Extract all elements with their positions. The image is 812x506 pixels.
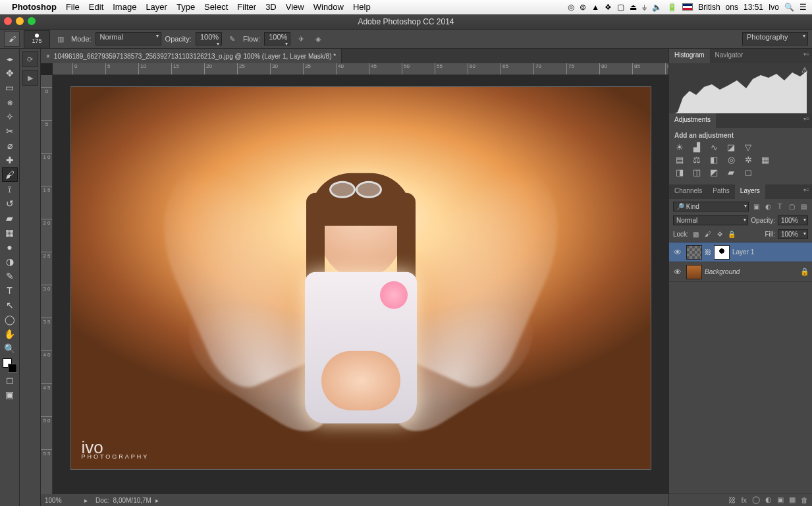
user-name[interactable]: Ivo bbox=[769, 3, 779, 12]
input-flag-icon[interactable] bbox=[682, 3, 693, 11]
tab-histogram[interactable]: Histogram bbox=[669, 49, 710, 63]
filter-adjust-icon[interactable]: ◐ bbox=[763, 202, 772, 211]
menu-3d[interactable]: 3D bbox=[265, 2, 277, 12]
background-color[interactable] bbox=[8, 364, 17, 373]
menu-window[interactable]: Window bbox=[313, 2, 344, 12]
layer-thumbnail[interactable] bbox=[686, 245, 702, 260]
gradient-tool[interactable]: ▦ bbox=[2, 225, 18, 240]
lock-position-icon[interactable]: ✥ bbox=[715, 230, 724, 239]
vertical-ruler[interactable]: 051 01 52 02 53 03 54 04 55 05 5 bbox=[41, 75, 53, 494]
menu-help[interactable]: Help bbox=[353, 2, 371, 12]
adj-curves-icon[interactable]: ∿ bbox=[709, 142, 719, 152]
adj-hue-icon[interactable]: ▤ bbox=[674, 154, 685, 165]
shape-tool[interactable]: ◯ bbox=[2, 312, 18, 327]
tab-layers[interactable]: Layers bbox=[735, 184, 765, 199]
menu-type[interactable]: Type bbox=[176, 2, 195, 12]
lock-all-icon[interactable]: 🔒 bbox=[727, 230, 736, 239]
menu-image[interactable]: Image bbox=[113, 2, 136, 12]
marquee-tool[interactable]: ▭ bbox=[2, 80, 18, 95]
layer-filter-type[interactable]: 🔎 Kind bbox=[673, 202, 749, 211]
add-mask-icon[interactable]: ◯ bbox=[752, 495, 760, 504]
close-tab-icon[interactable]: × bbox=[46, 53, 50, 60]
screen-mode-toggle[interactable]: ▣ bbox=[2, 387, 18, 402]
panel-menu-icon[interactable]: ▾≡ bbox=[801, 113, 812, 128]
color-swatches[interactable] bbox=[3, 358, 17, 373]
new-group-icon[interactable]: ▣ bbox=[777, 495, 784, 504]
layer-fx-icon[interactable]: fx bbox=[741, 496, 747, 504]
status-menu-icon[interactable]: ▸ bbox=[151, 497, 163, 504]
adj-mixer-icon[interactable]: ✲ bbox=[743, 154, 753, 165]
mask-link-icon[interactable]: ⛓ bbox=[705, 248, 711, 256]
dropbox-icon[interactable]: ❖ bbox=[605, 3, 612, 12]
menu-select[interactable]: Select bbox=[204, 2, 228, 12]
tab-adjustments[interactable]: Adjustments bbox=[669, 113, 716, 128]
brush-panel-toggle[interactable]: ▥ bbox=[54, 32, 67, 45]
blend-mode-select[interactable]: Normal bbox=[95, 32, 161, 45]
lasso-tool[interactable]: ⎈ bbox=[2, 95, 18, 109]
pen-tool[interactable]: ✎ bbox=[2, 269, 18, 283]
adj-bw-icon[interactable]: ◧ bbox=[709, 154, 719, 165]
close-window-button[interactable] bbox=[4, 17, 12, 25]
tab-navigator[interactable]: Navigator bbox=[710, 49, 749, 63]
layer-blend-mode[interactable]: Normal bbox=[673, 215, 748, 225]
crop-tool[interactable]: ✂ bbox=[2, 124, 18, 138]
eject-icon[interactable]: ⏏ bbox=[630, 3, 637, 12]
volume-icon[interactable]: 🔈 bbox=[652, 3, 662, 12]
path-select-tool[interactable]: ↖ bbox=[2, 298, 18, 312]
link-layers-icon[interactable]: ⛓ bbox=[728, 496, 736, 504]
adj-gradmap-icon[interactable]: ▰ bbox=[726, 167, 736, 177]
move-tool[interactable]: ✥ bbox=[2, 66, 18, 80]
airbrush-icon[interactable]: ✈ bbox=[294, 32, 308, 45]
adj-brightness-icon[interactable]: ☀ bbox=[674, 142, 685, 152]
quick-select-tool[interactable]: ✧ bbox=[2, 109, 18, 124]
display-icon[interactable]: ▢ bbox=[617, 3, 624, 12]
filter-pixel-icon[interactable]: ▣ bbox=[751, 202, 761, 211]
mask-thumbnail[interactable] bbox=[714, 245, 730, 260]
zoom-window-button[interactable] bbox=[28, 17, 36, 25]
hand-tool[interactable]: ✋ bbox=[2, 327, 18, 341]
battery-icon[interactable]: 🔋 bbox=[667, 3, 677, 12]
clone-stamp-tool[interactable]: ⟟ bbox=[2, 182, 18, 196]
history-brush-tool[interactable]: ↺ bbox=[2, 196, 18, 211]
actions-panel-icon[interactable]: ▶ bbox=[22, 70, 38, 86]
adj-lookup-icon[interactable]: ▦ bbox=[760, 154, 771, 165]
layer-name[interactable]: Background bbox=[705, 268, 740, 275]
healing-brush-tool[interactable]: ✚ bbox=[2, 153, 18, 167]
layer-row[interactable]: 👁 Background 🔒 bbox=[669, 262, 812, 282]
spotlight-icon[interactable]: 🔍 bbox=[784, 3, 794, 12]
panel-menu-icon[interactable]: ▾≡ bbox=[801, 184, 812, 199]
zoom-level[interactable]: 100% bbox=[41, 497, 80, 504]
minimize-window-button[interactable] bbox=[16, 17, 24, 25]
menu-layer[interactable]: Layer bbox=[146, 2, 167, 12]
visibility-toggle-icon[interactable]: 👁 bbox=[672, 267, 684, 277]
menu-edit[interactable]: Edit bbox=[89, 2, 103, 12]
panel-menu-icon[interactable]: ▾≡ bbox=[801, 49, 812, 63]
filter-shape-icon[interactable]: ▢ bbox=[787, 202, 796, 211]
layer-row[interactable]: 👁 ⛓ Layer 1 bbox=[669, 242, 812, 262]
delete-layer-icon[interactable]: 🗑 bbox=[801, 496, 808, 504]
opacity-input[interactable]: 100% bbox=[196, 32, 222, 45]
tool-preset-picker[interactable]: 🖌 bbox=[4, 31, 20, 47]
sync-icon[interactable]: ◎ bbox=[568, 3, 574, 12]
cloud-icon[interactable]: ▲ bbox=[591, 3, 599, 12]
brush-preset-picker[interactable]: 175 bbox=[24, 30, 50, 47]
visibility-toggle-icon[interactable]: 👁 bbox=[672, 248, 684, 257]
layer-opacity-input[interactable]: 100% bbox=[778, 215, 808, 225]
wifi-icon[interactable]: ⏚ bbox=[642, 3, 647, 12]
layer-thumbnail[interactable] bbox=[686, 265, 702, 279]
pressure-opacity-icon[interactable]: ✎ bbox=[226, 32, 239, 45]
adj-exposure-icon[interactable]: ◪ bbox=[726, 142, 736, 152]
layer-name[interactable]: Layer 1 bbox=[732, 248, 754, 256]
lock-paint-icon[interactable]: 🖌 bbox=[703, 230, 713, 239]
clock-day[interactable]: ons bbox=[726, 3, 738, 12]
blur-tool[interactable]: ● bbox=[2, 240, 18, 254]
flow-input[interactable]: 100% bbox=[264, 32, 290, 45]
filter-type-icon[interactable]: T bbox=[775, 202, 784, 211]
clock-time[interactable]: 13:51 bbox=[744, 3, 763, 12]
input-language[interactable]: British bbox=[698, 3, 720, 12]
adj-posterize-icon[interactable]: ◫ bbox=[691, 167, 702, 177]
adj-balance-icon[interactable]: ⚖ bbox=[691, 154, 702, 165]
filter-smart-icon[interactable]: ▤ bbox=[799, 202, 808, 211]
new-adjustment-icon[interactable]: ◐ bbox=[765, 495, 772, 504]
adj-threshold-icon[interactable]: ◩ bbox=[709, 167, 719, 177]
